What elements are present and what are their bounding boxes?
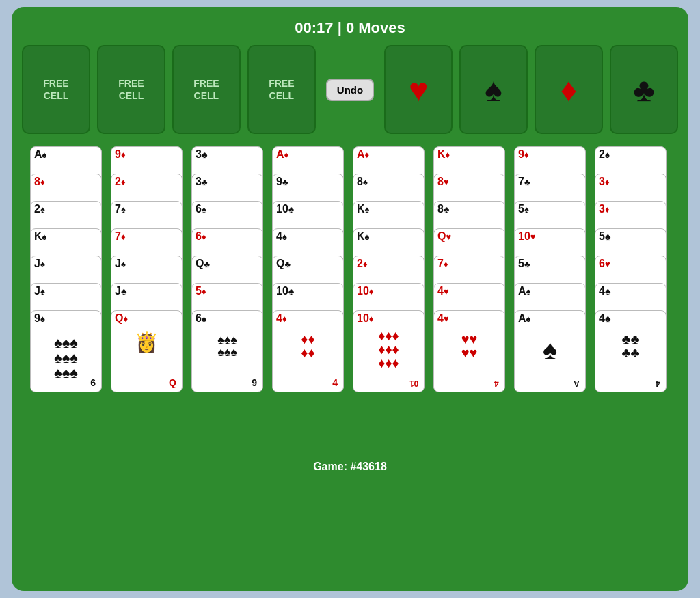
undo-button[interactable]: Undo — [326, 79, 374, 101]
footer-label: Game: — [313, 461, 350, 472]
column-7: 9♦ 7♣ 5♠ 10♥ 5♣ A♠ A♠ ♠ A — [514, 146, 589, 433]
timer-moves: 00:17 | 0 Moves — [295, 19, 405, 36]
column-8: 2♠ 3♦ 3♦ 5♣ 6♥ 4♣ 4♣ ♣♣♣♣ 4 — [595, 146, 670, 433]
game-number: #43618 — [350, 461, 386, 472]
card-10b-diamonds-c5[interactable]: 10♦ ♦♦♦♦♦♦♦♦♦ 01 — [353, 310, 425, 392]
game-header: 00:17 | 0 Moves — [22, 14, 678, 45]
column-2: 9♦ 2♦ 7♠ 7♦ J♠ J♣ Q♦ 👸 Q — [111, 146, 186, 433]
free-cell-4[interactable]: FREECELL — [247, 45, 316, 134]
card-9-spades-c1[interactable]: 9♠ ♠♠♠♠♠♠♠♠♠ 6 — [30, 310, 102, 392]
columns-area: A♠ 8♦ 2♠ K♠ J♠ J♠ 9♠ ♠♠♠♠♠♠♠♠♠ 6 9♦ 2♦ 7… — [22, 146, 678, 433]
card-4-diamonds-c4[interactable]: 4♦ ♦♦♦♦ 4 — [272, 310, 344, 392]
card-A2-spades-c7[interactable]: A♠ ♠ A — [514, 310, 586, 392]
foundation-diamonds[interactable]: ♦ — [535, 45, 603, 134]
column-1: A♠ 8♦ 2♠ K♠ J♠ J♠ 9♠ ♠♠♠♠♠♠♠♠♠ 6 — [30, 146, 105, 433]
card-Q-diamonds-c2[interactable]: Q♦ 👸 Q — [111, 310, 183, 392]
foundation-clubs[interactable]: ♣ — [610, 45, 678, 134]
column-3: 3♣ 3♣ 6♠ 6♦ Q♣ 5♦ 6♠ ♠♠♠♠♠♠ 9 — [191, 146, 267, 433]
column-4: A♦ 9♣ 10♣ 4♠ Q♣ 10♣ 4♦ ♦♦♦♦ 4 — [272, 146, 347, 433]
column-6: K♦ 8♥ 8♣ Q♥ 7♦ 4♥ 4♥ ♥♥♥♥ 4 — [433, 146, 509, 433]
game-container: 00:17 | 0 Moves FREECELL FREECELL FREECE… — [12, 7, 688, 591]
free-cell-3[interactable]: FREECELL — [172, 45, 241, 134]
foundation-hearts[interactable]: ♥ — [384, 45, 453, 134]
free-cell-2[interactable]: FREECELL — [97, 45, 165, 134]
game-footer: Game: #43618 — [22, 454, 678, 473]
card-4b-hearts-c6[interactable]: 4♥ ♥♥♥♥ 4 — [433, 310, 505, 392]
card-4b-clubs-c8[interactable]: 4♣ ♣♣♣♣ 4 — [595, 310, 667, 392]
card-6b-spades-c3[interactable]: 6♠ ♠♠♠♠♠♠ 9 — [191, 310, 263, 392]
foundation-spades[interactable]: ♠ — [459, 45, 528, 134]
top-row: FREECELL FREECELL FREECELL FREECELL Undo… — [22, 45, 678, 134]
column-5: A♦ 8♠ K♠ K♠ 2♦ 10♦ 10♦ ♦♦♦♦♦♦♦♦♦ 01 — [353, 146, 428, 433]
free-cell-1[interactable]: FREECELL — [22, 45, 90, 134]
